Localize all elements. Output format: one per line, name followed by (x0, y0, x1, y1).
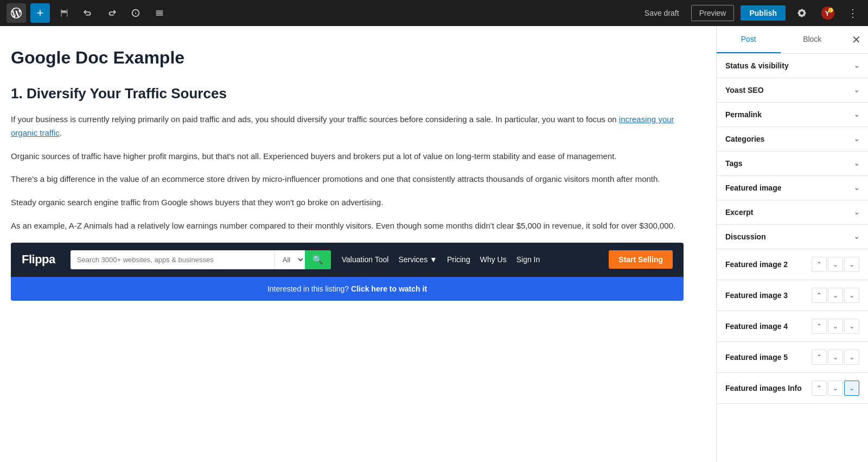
flippa-banner-link[interactable]: Click here to watch it (351, 284, 427, 293)
chevron-down-icon: ⌄ (854, 184, 859, 192)
main-layout: Google Doc Example 1. Diversify Your Tra… (0, 26, 868, 462)
paragraph-5: As an example, A-Z Animals had a relativ… (11, 219, 684, 233)
section-categories: Categories ⌄ (717, 127, 868, 151)
paragraph-3: There's a big difference in the value of… (11, 173, 684, 186)
flippa-nav-services[interactable]: Services ▼ (398, 255, 437, 264)
chevron-down-icon: ⌄ (854, 208, 859, 216)
flippa-nav-signin[interactable]: Sign In (516, 255, 540, 264)
publish-button[interactable]: Publish (741, 5, 786, 21)
section-permalink: Permalink ⌄ (717, 103, 868, 127)
move-down-button[interactable]: ⌄ (828, 350, 843, 365)
flippa-nav-links: Valuation Tool Services ▼ Pricing Why Us… (342, 255, 540, 264)
svg-text:!: ! (829, 9, 831, 12)
add-block-button[interactable]: + (30, 3, 50, 23)
sidebar-close-button[interactable]: ✕ (846, 30, 866, 49)
tab-block[interactable]: Block (781, 26, 845, 53)
paragraph-4: Steady organic search engine traffic fro… (11, 196, 684, 210)
section-status-visibility: Status & visibility ⌄ (717, 54, 868, 78)
section-discussion-header[interactable]: Discussion ⌄ (717, 225, 868, 249)
chevron-down-button[interactable]: ⌄ (844, 350, 859, 365)
editor-area: Google Doc Example 1. Diversify Your Tra… (0, 26, 716, 462)
section-featured-image-2-header[interactable]: Featured image 2 ⌃ ⌄ ⌄ (717, 249, 868, 280)
sidebar-panel: Status & visibility ⌄ Yoast SEO ⌄ Permal… (717, 54, 868, 462)
section-status-visibility-header[interactable]: Status & visibility ⌄ (717, 54, 868, 78)
section-featured-image-5: Featured image 5 ⌃ ⌄ ⌄ (717, 342, 868, 373)
move-up-button[interactable]: ⌃ (812, 350, 827, 365)
preview-button[interactable]: Preview (691, 5, 735, 21)
section-excerpt: Excerpt ⌄ (717, 200, 868, 225)
chevron-down-button[interactable]: ⌄ (844, 319, 859, 334)
flippa-search-wrapper: All 🔍 (71, 250, 331, 269)
flippa-search-button[interactable]: 🔍 (305, 250, 331, 269)
section-featured-image-2: Featured image 2 ⌃ ⌄ ⌄ (717, 249, 868, 280)
move-up-button[interactable]: ⌃ (812, 381, 827, 396)
yoast-icon[interactable]: Y! (818, 3, 838, 23)
flippa-search-input[interactable] (71, 250, 275, 269)
flippa-category-select[interactable]: All (275, 250, 305, 269)
chevron-down-button[interactable]: ⌄ (844, 257, 859, 272)
move-up-button[interactable]: ⌃ (812, 288, 827, 303)
save-draft-button[interactable]: Save draft (639, 5, 685, 21)
flippa-nav-whyus[interactable]: Why Us (480, 255, 507, 264)
chevron-down-button[interactable]: ⌄ (844, 288, 859, 303)
flippa-logo: Flippa (22, 252, 55, 267)
list-view-button[interactable] (150, 3, 169, 23)
section-featured-image: Featured image ⌄ (717, 176, 868, 200)
chevron-down-icon: ⌄ (854, 62, 859, 69)
chevron-down-icon: ⌄ (854, 160, 859, 167)
section-featured-image-3: Featured image 3 ⌃ ⌄ ⌄ (717, 280, 868, 311)
section-featured-image-3-header[interactable]: Featured image 3 ⌃ ⌄ ⌄ (717, 280, 868, 311)
sidebar: Post Block ✕ Status & visibility ⌄ Yoast… (716, 26, 868, 462)
sidebar-tabs: Post Block ✕ (717, 26, 868, 54)
chevron-down-icon: ⌄ (854, 135, 859, 143)
section-excerpt-header[interactable]: Excerpt ⌄ (717, 200, 868, 224)
section-yoast-seo-header[interactable]: Yoast SEO ⌄ (717, 78, 868, 102)
paragraph-2: Organic sources of traffic have higher p… (11, 150, 684, 163)
post-title[interactable]: Google Doc Example (11, 48, 684, 68)
section-categories-header[interactable]: Categories ⌄ (717, 127, 868, 151)
redo-button[interactable] (102, 3, 122, 23)
flippa-start-selling-button[interactable]: Start Selling (609, 250, 673, 269)
section-featured-images-info-header[interactable]: Featured images Info ⌃ ⌄ ⌄ (717, 373, 868, 403)
move-down-button[interactable]: ⌄ (828, 257, 843, 272)
section-permalink-header[interactable]: Permalink ⌄ (717, 103, 868, 126)
section-featured-image-5-header[interactable]: Featured image 5 ⌃ ⌄ ⌄ (717, 342, 868, 372)
flippa-banner-text: Interested in this listing? (267, 284, 349, 293)
move-up-button[interactable]: ⌃ (812, 257, 827, 272)
section-tags-header[interactable]: Tags ⌄ (717, 151, 868, 175)
chevron-down-icon: ⌄ (854, 86, 859, 94)
info-button[interactable] (126, 3, 145, 23)
section-featured-image-4: Featured image 4 ⌃ ⌄ ⌄ (717, 311, 868, 342)
tab-post[interactable]: Post (717, 26, 781, 53)
move-down-button[interactable]: ⌄ (828, 381, 843, 396)
section-featured-images-info: Featured images Info ⌃ ⌄ ⌄ (717, 373, 868, 404)
section-yoast-seo: Yoast SEO ⌄ (717, 78, 868, 103)
flippa-navbar: Flippa All 🔍 Valuation Tool Services ▼ P… (11, 243, 684, 277)
move-up-button[interactable]: ⌃ (812, 319, 827, 334)
chevron-down-active-button[interactable]: ⌄ (844, 381, 859, 396)
section-tags: Tags ⌄ (717, 151, 868, 176)
paragraph-1: If your business is currently relying pr… (11, 113, 684, 140)
section-featured-image-4-header[interactable]: Featured image 4 ⌃ ⌄ ⌄ (717, 311, 868, 341)
section-discussion: Discussion ⌄ (717, 225, 868, 249)
toolbar: + Save draft Preview Publish Y! ⋮ (0, 0, 868, 26)
tools-button[interactable] (54, 3, 74, 23)
move-down-button[interactable]: ⌄ (828, 288, 843, 303)
section-heading-1[interactable]: 1. Diversify Your Traffic Sources (11, 85, 684, 102)
flippa-nav-pricing[interactable]: Pricing (447, 255, 470, 264)
settings-button[interactable] (792, 3, 812, 23)
flippa-banner: Interested in this listing? Click here t… (11, 277, 684, 301)
flippa-embed: Flippa All 🔍 Valuation Tool Services ▼ P… (11, 243, 684, 301)
flippa-nav-valuation[interactable]: Valuation Tool (342, 255, 389, 264)
more-options-button[interactable]: ⋮ (844, 4, 861, 22)
section-featured-image-header[interactable]: Featured image ⌄ (717, 176, 868, 200)
chevron-down-icon: ⌄ (854, 111, 859, 118)
undo-button[interactable] (78, 3, 98, 23)
wp-logo[interactable] (7, 3, 26, 23)
move-down-button[interactable]: ⌄ (828, 319, 843, 334)
chevron-down-icon: ⌄ (854, 233, 859, 241)
